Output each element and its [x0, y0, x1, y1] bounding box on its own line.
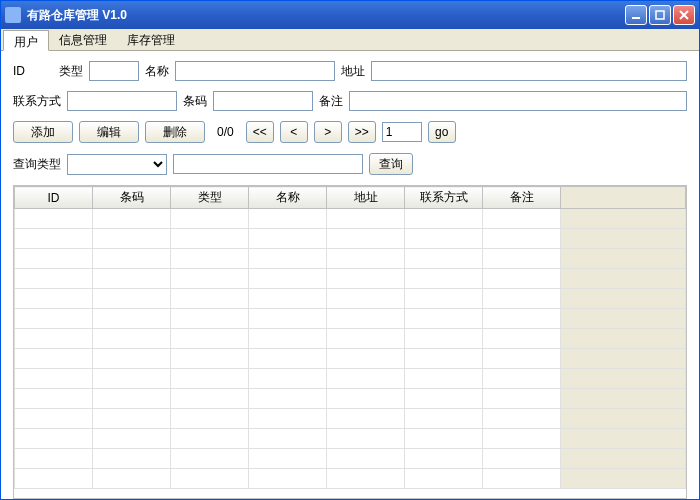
- table-row[interactable]: [15, 349, 686, 369]
- next-page-button[interactable]: >: [314, 121, 342, 143]
- type-input[interactable]: [89, 61, 139, 81]
- table-cell: [171, 429, 249, 449]
- search-type-select[interactable]: [67, 154, 167, 175]
- first-page-button[interactable]: <<: [246, 121, 274, 143]
- add-button[interactable]: 添加: [13, 121, 73, 143]
- table-cell: [171, 409, 249, 429]
- table-cell: [483, 409, 561, 429]
- go-button[interactable]: go: [428, 121, 456, 143]
- table-row[interactable]: [15, 329, 686, 349]
- table-cell: [171, 289, 249, 309]
- table-cell: [171, 229, 249, 249]
- col-contact[interactable]: 联系方式: [405, 187, 483, 209]
- table-row[interactable]: [15, 389, 686, 409]
- table-cell: [15, 289, 93, 309]
- table-cell: [327, 449, 405, 469]
- col-name[interactable]: 名称: [249, 187, 327, 209]
- table-cell: [327, 329, 405, 349]
- table-cell: [93, 229, 171, 249]
- table-cell: [15, 209, 93, 229]
- table-row[interactable]: [15, 409, 686, 429]
- table-row[interactable]: [15, 309, 686, 329]
- table-header-row: ID 条码 类型 名称 地址 联系方式 备注: [15, 187, 686, 209]
- table-cell: [171, 349, 249, 369]
- table-cell: [405, 369, 483, 389]
- table-row[interactable]: [15, 269, 686, 289]
- table-cell: [15, 329, 93, 349]
- table-cell: [93, 409, 171, 429]
- table-cell: [561, 429, 686, 449]
- table-cell: [249, 469, 327, 489]
- table-cell: [327, 429, 405, 449]
- last-page-button[interactable]: >>: [348, 121, 376, 143]
- titlebar: 有路仓库管理 V1.0: [1, 1, 699, 29]
- tab-info-mgmt[interactable]: 信息管理: [49, 29, 117, 50]
- prev-page-button[interactable]: <: [280, 121, 308, 143]
- table-cell: [561, 289, 686, 309]
- table-cell: [483, 469, 561, 489]
- col-type[interactable]: 类型: [171, 187, 249, 209]
- table-cell: [483, 309, 561, 329]
- table-row[interactable]: [15, 229, 686, 249]
- close-button[interactable]: [673, 5, 695, 25]
- table-cell: [15, 249, 93, 269]
- table-row[interactable]: [15, 369, 686, 389]
- table-cell: [327, 349, 405, 369]
- table-cell: [561, 369, 686, 389]
- col-remark[interactable]: 备注: [483, 187, 561, 209]
- menubar: 用户 信息管理 库存管理: [1, 29, 699, 51]
- page-input[interactable]: [382, 122, 422, 142]
- table-cell: [249, 329, 327, 349]
- minimize-button[interactable]: [625, 5, 647, 25]
- app-icon: [5, 7, 21, 23]
- table-row[interactable]: [15, 289, 686, 309]
- svg-rect-1: [656, 11, 664, 19]
- table-cell: [249, 449, 327, 469]
- table-cell: [483, 229, 561, 249]
- col-barcode[interactable]: 条码: [93, 187, 171, 209]
- table-row[interactable]: [15, 249, 686, 269]
- table-cell: [93, 449, 171, 469]
- table-cell: [93, 329, 171, 349]
- tab-user[interactable]: 用户: [3, 30, 49, 51]
- table-row[interactable]: [15, 469, 686, 489]
- search-type-label: 查询类型: [13, 156, 61, 173]
- table-cell: [93, 369, 171, 389]
- address-input[interactable]: [371, 61, 687, 81]
- table-cell: [405, 469, 483, 489]
- table-cell: [327, 369, 405, 389]
- id-label: ID: [13, 64, 25, 78]
- table-row[interactable]: [15, 429, 686, 449]
- table-cell: [483, 369, 561, 389]
- barcode-input[interactable]: [213, 91, 313, 111]
- col-id[interactable]: ID: [15, 187, 93, 209]
- tab-stock-mgmt[interactable]: 库存管理: [117, 29, 185, 50]
- table-cell: [171, 249, 249, 269]
- contact-input[interactable]: [67, 91, 177, 111]
- type-label: 类型: [59, 63, 83, 80]
- table-cell: [171, 309, 249, 329]
- col-address[interactable]: 地址: [327, 187, 405, 209]
- address-label: 地址: [341, 63, 365, 80]
- table-cell: [561, 449, 686, 469]
- table-cell: [249, 369, 327, 389]
- remark-input[interactable]: [349, 91, 687, 111]
- delete-button[interactable]: 删除: [145, 121, 205, 143]
- search-keyword-input[interactable]: [173, 154, 363, 174]
- search-button[interactable]: 查询: [369, 153, 413, 175]
- table-cell: [93, 249, 171, 269]
- table-row[interactable]: [15, 449, 686, 469]
- table-cell: [327, 229, 405, 249]
- table-cell: [171, 389, 249, 409]
- table-cell: [249, 289, 327, 309]
- name-input[interactable]: [175, 61, 335, 81]
- table-cell: [327, 249, 405, 269]
- edit-button[interactable]: 编辑: [79, 121, 139, 143]
- table-cell: [93, 209, 171, 229]
- table-cell: [561, 329, 686, 349]
- maximize-button[interactable]: [649, 5, 671, 25]
- table-cell: [249, 409, 327, 429]
- table-cell: [405, 229, 483, 249]
- table-row[interactable]: [15, 209, 686, 229]
- table-cell: [483, 289, 561, 309]
